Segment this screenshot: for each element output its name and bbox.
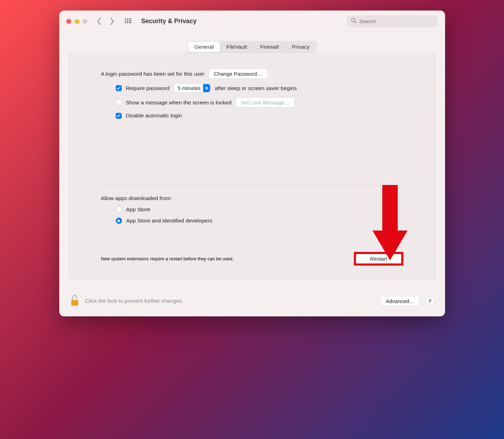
search-icon <box>351 18 357 25</box>
svg-rect-16 <box>71 300 78 306</box>
svg-point-5 <box>127 20 128 21</box>
gatekeeper-appstore-radio[interactable] <box>116 206 122 213</box>
change-password-button[interactable]: Change Password… <box>209 69 268 79</box>
footer: Click the lock to prevent further change… <box>59 287 445 316</box>
search-field[interactable] <box>347 15 438 27</box>
extension-restart-row: New system extensions require a restart … <box>101 252 403 266</box>
svg-point-7 <box>130 20 131 21</box>
svg-point-10 <box>129 22 130 23</box>
search-input[interactable] <box>359 18 434 24</box>
svg-point-8 <box>125 22 126 23</box>
window-title: Security & Privacy <box>141 18 197 25</box>
password-delay-value: 5 minutes <box>177 85 200 91</box>
require-password-row: Require password 5 minutes after sleep o… <box>101 84 403 92</box>
svg-point-6 <box>129 20 130 21</box>
lock-message-row: Show a message when the screen is locked… <box>101 97 403 108</box>
lock-icon[interactable] <box>70 295 80 307</box>
window-controls <box>66 19 87 24</box>
password-delay-select[interactable]: 5 minutes <box>174 84 210 92</box>
nav-arrows <box>96 18 115 25</box>
gatekeeper-identified-radio[interactable] <box>116 218 122 224</box>
svg-marker-15 <box>372 231 408 260</box>
gatekeeper-identified-row: App Store and identified developers <box>101 218 403 224</box>
section-divider <box>101 185 403 185</box>
require-password-checkbox[interactable] <box>116 85 122 91</box>
svg-point-9 <box>127 22 128 23</box>
svg-point-1 <box>127 18 128 19</box>
gatekeeper-identified-label: App Store and identified developers <box>126 218 213 224</box>
close-window-button[interactable] <box>66 19 71 24</box>
tab-general[interactable]: General <box>188 42 220 52</box>
gatekeeper-heading: Allow apps downloaded from: <box>101 195 403 201</box>
svg-point-11 <box>130 22 131 23</box>
disable-autologin-label: Disable automatic login <box>126 112 182 119</box>
gatekeeper-appstore-label: App Store <box>126 206 150 213</box>
titlebar: Security & Privacy <box>59 11 445 32</box>
svg-point-2 <box>129 18 130 19</box>
show-lock-message-label: Show a message when the screen is locked <box>126 100 232 106</box>
help-button[interactable]: ? <box>425 296 435 306</box>
general-panel: A login password has been set for this u… <box>69 53 435 280</box>
tab-firewall[interactable]: Firewall <box>254 42 285 52</box>
advanced-button[interactable]: Advanced… <box>381 296 420 306</box>
preferences-window: Security & Privacy General FileVault Fir… <box>59 11 445 316</box>
gatekeeper-section: Allow apps downloaded from: App Store Ap… <box>101 195 403 224</box>
svg-rect-14 <box>382 185 398 231</box>
show-all-icon[interactable] <box>125 18 132 25</box>
login-password-text: A login password has been set for this u… <box>101 71 205 77</box>
select-caret-icon <box>203 84 210 92</box>
tab-bar: General FileVault Firewall Privacy <box>187 41 317 53</box>
svg-line-13 <box>355 22 356 23</box>
require-password-label: Require password <box>126 85 170 91</box>
gatekeeper-appstore-row: App Store <box>101 206 403 213</box>
svg-point-12 <box>351 19 355 22</box>
back-button[interactable] <box>96 18 102 25</box>
after-sleep-label: after sleep or screen saver begins <box>215 85 296 91</box>
svg-point-0 <box>125 18 126 19</box>
lock-text: Click the lock to prevent further change… <box>85 298 184 304</box>
disable-autologin-row: Disable automatic login <box>101 112 403 119</box>
extension-restart-message: New system extensions require a restart … <box>101 256 234 261</box>
arrow-annotation <box>372 185 408 269</box>
login-password-row: A login password has been set for this u… <box>101 69 403 79</box>
tab-filevault[interactable]: FileVault <box>220 42 253 52</box>
svg-point-4 <box>125 20 126 21</box>
svg-point-3 <box>130 18 131 19</box>
disable-autologin-checkbox[interactable] <box>116 113 122 119</box>
zoom-window-button <box>82 19 87 24</box>
show-lock-message-checkbox[interactable] <box>116 100 122 105</box>
forward-button[interactable] <box>109 18 115 25</box>
set-lock-message-button: Set Lock Message… <box>236 97 295 108</box>
minimize-window-button[interactable] <box>74 19 79 24</box>
tab-privacy[interactable]: Privacy <box>285 42 316 52</box>
